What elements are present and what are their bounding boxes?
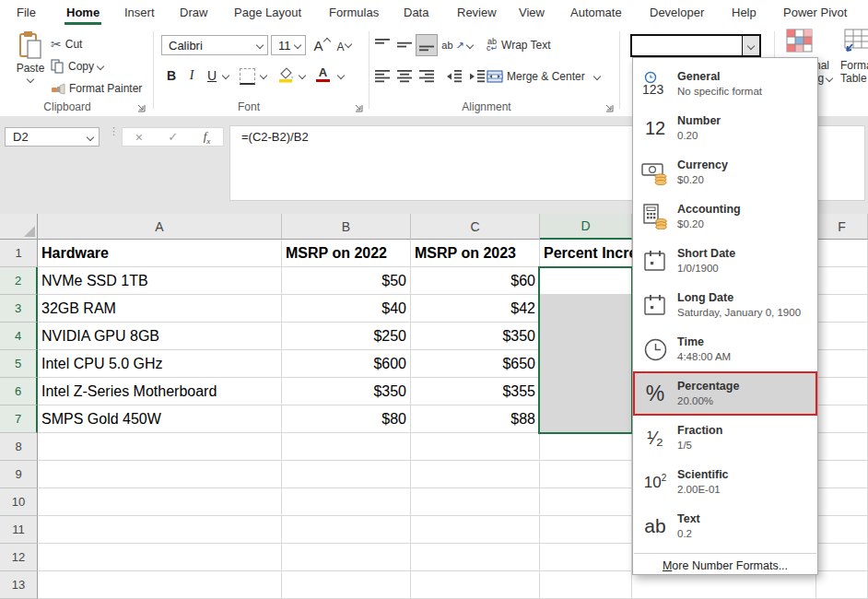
- cancel-icon[interactable]: ×: [135, 130, 143, 145]
- clipboard-dialog-launcher-icon[interactable]: [136, 100, 147, 112]
- ribbon-tab-insert[interactable]: Insert: [122, 0, 158, 25]
- fill-color-dropdown[interactable]: [297, 65, 308, 86]
- ribbon-tab-file[interactable]: File: [14, 0, 39, 25]
- borders-dropdown[interactable]: [258, 65, 269, 86]
- cell-F2[interactable]: [816, 267, 868, 295]
- ribbon-tab-data[interactable]: Data: [401, 0, 431, 25]
- menu-item-percentage[interactable]: %Percentage20.00%: [633, 371, 817, 416]
- wrap-text-button[interactable]: abc↵ Wrap Text: [487, 36, 551, 54]
- menu-item-currency[interactable]: Currency$0.20: [633, 150, 817, 194]
- cell-A8[interactable]: [38, 433, 282, 461]
- cell-F4[interactable]: [816, 323, 868, 350]
- ribbon-tab-help[interactable]: Help: [729, 0, 759, 25]
- underline-button[interactable]: U: [204, 65, 220, 86]
- align-bottom-button[interactable]: [416, 35, 437, 55]
- menu-item-number[interactable]: 12Number0.20: [633, 106, 817, 150]
- font-dialog-launcher-icon[interactable]: [354, 100, 365, 112]
- more-number-formats-item[interactable]: More Number Formats...: [633, 554, 817, 578]
- cell-A13[interactable]: [38, 571, 282, 599]
- cell-D3[interactable]: [540, 295, 632, 323]
- cell-A5[interactable]: Intel CPU 5.0 GHz: [38, 350, 282, 378]
- cell-C9[interactable]: [411, 461, 540, 488]
- row-header-2[interactable]: 2: [0, 267, 38, 295]
- ribbon-tab-automate[interactable]: Automate: [568, 0, 625, 25]
- increase-indent-button[interactable]: [467, 66, 487, 87]
- menu-item-short-date[interactable]: Short Date1/0/1900: [633, 239, 817, 283]
- row-header-11[interactable]: 11: [0, 516, 38, 544]
- ribbon-tab-home[interactable]: Home: [64, 0, 102, 25]
- number-format-combobox[interactable]: [630, 34, 761, 57]
- menu-item-fraction[interactable]: ¹⁄₂Fraction1/5: [633, 416, 817, 460]
- menu-item-time[interactable]: Time4:48:00 AM: [633, 327, 817, 371]
- font-size-combobox[interactable]: 11: [271, 35, 306, 55]
- cell-B13[interactable]: [282, 571, 411, 599]
- align-top-button[interactable]: [372, 35, 393, 55]
- cell-D12[interactable]: [540, 544, 632, 571]
- decrease-font-size-button[interactable]: A: [334, 37, 354, 57]
- column-header-C[interactable]: C: [411, 214, 540, 240]
- name-box[interactable]: D2: [5, 127, 100, 147]
- underline-dropdown[interactable]: [220, 65, 231, 86]
- cell-D1[interactable]: Percent Increase: [540, 240, 632, 267]
- column-header-F[interactable]: F: [816, 214, 868, 240]
- cell-F10[interactable]: [816, 488, 868, 516]
- format-as-table-button[interactable]: [844, 30, 868, 51]
- cell-C11[interactable]: [411, 516, 540, 544]
- row-header-8[interactable]: 8: [0, 433, 38, 461]
- cell-B2[interactable]: $50: [282, 267, 411, 295]
- formula-bar-grip[interactable]: ⋮: [109, 128, 119, 134]
- cell-D7[interactable]: [540, 405, 632, 433]
- align-middle-button[interactable]: [394, 35, 415, 55]
- menu-item-accounting[interactable]: Accounting$0.20: [633, 194, 817, 239]
- cell-C10[interactable]: [411, 488, 540, 516]
- cell-B1[interactable]: MSRP on 2022: [282, 240, 411, 267]
- cell-D10[interactable]: [540, 488, 632, 516]
- select-all-corner[interactable]: [0, 214, 38, 240]
- cell-D9[interactable]: [540, 461, 632, 488]
- fill-color-button[interactable]: [277, 65, 294, 85]
- cell-A9[interactable]: [38, 461, 282, 488]
- cell-B8[interactable]: [282, 433, 411, 461]
- cell-D8[interactable]: [540, 433, 632, 461]
- row-header-9[interactable]: 9: [0, 461, 38, 488]
- align-center-button[interactable]: [394, 66, 415, 87]
- cell-B12[interactable]: [282, 544, 411, 571]
- column-header-B[interactable]: B: [282, 214, 411, 240]
- ribbon-tab-page-layout[interactable]: Page Layout: [231, 0, 304, 25]
- cell-D2[interactable]: [540, 267, 632, 295]
- cell-C1[interactable]: MSRP on 2023: [411, 240, 540, 267]
- font-color-dropdown[interactable]: [335, 65, 346, 86]
- cell-D6[interactable]: [540, 378, 632, 405]
- cell-D11[interactable]: [540, 516, 632, 544]
- cell-B11[interactable]: [282, 516, 411, 544]
- insert-function-fx-icon[interactable]: fx: [204, 129, 211, 146]
- cell-C3[interactable]: $42: [411, 295, 540, 323]
- cell-A3[interactable]: 32GB RAM: [38, 295, 282, 323]
- align-left-button[interactable]: [372, 66, 393, 87]
- cell-C8[interactable]: [411, 433, 540, 461]
- cell-D5[interactable]: [540, 350, 632, 378]
- row-header-13[interactable]: 13: [0, 571, 38, 599]
- ribbon-tab-review[interactable]: Review: [454, 0, 499, 25]
- cell-F8[interactable]: [816, 433, 868, 461]
- ribbon-tab-power-pivot[interactable]: Power Pivot: [780, 0, 850, 25]
- ribbon-tab-view[interactable]: View: [516, 0, 547, 25]
- menu-item-text[interactable]: abText0.2: [633, 504, 817, 548]
- cell-F1[interactable]: [816, 240, 868, 267]
- merge-center-button[interactable]: Merge & Center: [487, 67, 600, 86]
- row-header-1[interactable]: 1: [0, 240, 38, 267]
- cell-F3[interactable]: [816, 295, 868, 323]
- cell-B5[interactable]: $600: [282, 350, 411, 378]
- cell-A1[interactable]: Hardware: [38, 240, 282, 267]
- row-header-10[interactable]: 10: [0, 488, 38, 516]
- borders-button[interactable]: [240, 66, 255, 87]
- ribbon-tab-draw[interactable]: Draw: [177, 0, 210, 25]
- cell-C7[interactable]: $88: [411, 405, 540, 433]
- cut-button[interactable]: ✂ Cut: [51, 35, 82, 53]
- enter-check-icon[interactable]: ✓: [168, 130, 178, 144]
- cell-F9[interactable]: [816, 461, 868, 488]
- cell-F13[interactable]: [816, 571, 868, 599]
- cell-B9[interactable]: [282, 461, 411, 488]
- number-format-dropdown-arrow[interactable]: [742, 36, 759, 55]
- cell-B4[interactable]: $250: [282, 323, 411, 350]
